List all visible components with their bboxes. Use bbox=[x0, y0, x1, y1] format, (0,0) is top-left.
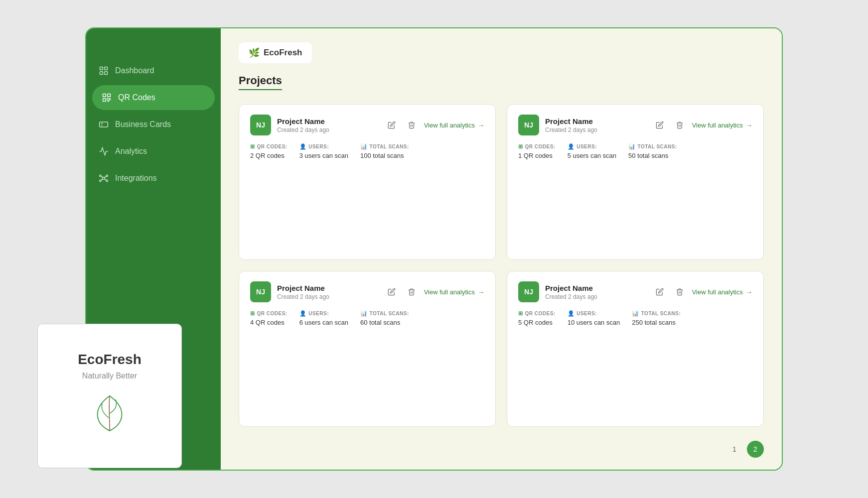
view-analytics-btn-4[interactable]: View full analytics → bbox=[692, 288, 752, 296]
scans-value-2: 50 total scans bbox=[628, 152, 677, 159]
scans-value-3: 60 total scans bbox=[360, 319, 409, 326]
edit-icon-2[interactable] bbox=[652, 118, 667, 132]
leaf-drawing bbox=[85, 388, 135, 440]
page-btn-1[interactable]: 1 bbox=[726, 441, 743, 458]
sidebar-item-integrations-label: Integrations bbox=[115, 174, 157, 183]
preview-title: EcoFresh bbox=[78, 352, 142, 368]
pagination: 1 2 bbox=[221, 441, 782, 470]
scans-stat-icon-4: 📊 bbox=[632, 310, 639, 317]
svg-rect-5 bbox=[108, 94, 111, 97]
qr-stat-icon-1: ⊞ bbox=[250, 143, 255, 150]
analytics-icon bbox=[98, 146, 109, 157]
stat-scans-3: 📊 TOTAL SCANS: 60 total scans bbox=[360, 310, 409, 326]
sidebar-item-business-cards-label: Business Cards bbox=[115, 120, 171, 129]
stat-scans-1: 📊 TOTAL SCANS: 100 total scans bbox=[360, 143, 409, 159]
business-cards-icon bbox=[98, 119, 109, 130]
stat-users-3: 👤 USERS: 6 users can scan bbox=[299, 310, 348, 326]
delete-icon-1[interactable] bbox=[404, 118, 419, 132]
preview-subtitle: Naturally Better bbox=[82, 372, 137, 380]
sidebar-item-analytics[interactable]: Analytics bbox=[86, 139, 221, 164]
qr-value-2: 1 QR codes bbox=[518, 152, 556, 159]
qr-codes-icon bbox=[101, 92, 112, 103]
avatar-2: NJ bbox=[518, 115, 539, 135]
scans-stat-icon-1: 📊 bbox=[360, 143, 368, 150]
sidebar-item-integrations[interactable]: Integrations bbox=[86, 166, 221, 191]
card-info-1: Project Name Created 2 days ago bbox=[277, 117, 378, 133]
stat-qr-4: ⊞ QR CODES: 5 QR codes bbox=[518, 310, 556, 326]
svg-line-23 bbox=[101, 179, 103, 180]
edit-icon-4[interactable] bbox=[652, 284, 667, 299]
users-stat-icon-2: 👤 bbox=[568, 143, 575, 150]
avatar-4: NJ bbox=[518, 281, 539, 302]
edit-icon-3[interactable] bbox=[384, 284, 399, 299]
app-name: EcoFresh bbox=[264, 48, 302, 58]
users-stat-icon-1: 👤 bbox=[299, 143, 307, 150]
projects-grid: NJ Project Name Created 2 days ago bbox=[221, 90, 782, 441]
view-analytics-btn-2[interactable]: View full analytics → bbox=[692, 122, 752, 129]
stat-qr-2: ⊞ QR CODES: 1 QR codes bbox=[518, 143, 556, 159]
stat-qr-3: ⊞ QR CODES: 4 QR codes bbox=[250, 310, 288, 326]
card-actions-4: View full analytics → bbox=[652, 284, 752, 299]
scans-value-1: 100 total scans bbox=[360, 152, 409, 159]
header: 🌿 EcoFresh bbox=[221, 28, 782, 63]
qr-stat-icon-2: ⊞ bbox=[518, 143, 523, 150]
card-top-4: NJ Project Name Created 2 days ago bbox=[518, 281, 752, 302]
delete-icon-4[interactable] bbox=[672, 284, 687, 299]
dashboard-icon bbox=[98, 65, 109, 76]
card-top-1: NJ Project Name Created 2 days ago bbox=[250, 115, 484, 135]
scans-stat-icon-3: 📊 bbox=[360, 310, 368, 317]
svg-point-17 bbox=[100, 175, 101, 176]
card-stats-4: ⊞ QR CODES: 5 QR codes 👤 USERS: 10 users… bbox=[518, 310, 752, 326]
sidebar-item-dashboard-label: Dashboard bbox=[115, 66, 154, 75]
svg-rect-13 bbox=[100, 122, 108, 127]
sidebar-item-qr-codes-label: QR Codes bbox=[118, 93, 155, 102]
project-name-4: Project Name bbox=[545, 284, 646, 292]
sidebar-item-qr-codes[interactable]: QR Codes bbox=[92, 85, 215, 110]
svg-point-18 bbox=[106, 175, 108, 176]
edit-icon-1[interactable] bbox=[384, 118, 399, 132]
project-name-3: Project Name bbox=[277, 284, 378, 292]
card-actions-2: View full analytics → bbox=[652, 118, 752, 132]
svg-point-19 bbox=[100, 180, 101, 181]
svg-line-22 bbox=[105, 176, 106, 178]
leaf-icon: 🌿 bbox=[249, 47, 260, 58]
sidebar-item-analytics-label: Analytics bbox=[115, 147, 147, 156]
card-actions-3: View full analytics → bbox=[384, 284, 484, 299]
qr-stat-icon-4: ⊞ bbox=[518, 310, 523, 317]
project-created-4: Created 2 days ago bbox=[545, 293, 646, 300]
users-stat-icon-4: 👤 bbox=[568, 310, 575, 317]
sidebar-item-business-cards[interactable]: Business Cards bbox=[86, 112, 221, 137]
page-btn-2[interactable]: 2 bbox=[747, 441, 764, 458]
card-info-3: Project Name Created 2 days ago bbox=[277, 284, 378, 300]
view-analytics-btn-1[interactable]: View full analytics → bbox=[424, 122, 484, 129]
qr-value-4: 5 QR codes bbox=[518, 319, 556, 326]
project-created-3: Created 2 days ago bbox=[277, 293, 378, 300]
delete-icon-2[interactable] bbox=[672, 118, 687, 132]
card-top-2: NJ Project Name Created 2 days ago bbox=[518, 115, 752, 135]
project-created-2: Created 2 days ago bbox=[545, 126, 646, 133]
project-card-2: NJ Project Name Created 2 days ago bbox=[507, 104, 764, 260]
sidebar-item-dashboard[interactable]: Dashboard bbox=[86, 58, 221, 83]
svg-line-24 bbox=[105, 179, 106, 180]
project-name-2: Project Name bbox=[545, 117, 646, 125]
card-stats-1: ⊞ QR CODES: 2 QR codes 👤 USERS: 3 users … bbox=[250, 143, 484, 159]
svg-rect-4 bbox=[103, 94, 106, 97]
svg-rect-2 bbox=[100, 72, 103, 75]
svg-line-21 bbox=[101, 176, 103, 178]
users-value-4: 10 users can scan bbox=[568, 319, 620, 326]
svg-rect-0 bbox=[100, 67, 103, 70]
scans-value-4: 250 total scans bbox=[632, 319, 681, 326]
card-stats-3: ⊞ QR CODES: 4 QR codes 👤 USERS: 6 users … bbox=[250, 310, 484, 326]
qr-value-3: 4 QR codes bbox=[250, 319, 288, 326]
card-actions-1: View full analytics → bbox=[384, 118, 484, 132]
sidebar-nav: Dashboard bbox=[86, 58, 221, 191]
view-analytics-btn-3[interactable]: View full analytics → bbox=[424, 288, 484, 296]
users-value-2: 5 users can scan bbox=[568, 152, 616, 159]
stat-qr-1: ⊞ QR CODES: 2 QR codes bbox=[250, 143, 288, 159]
delete-icon-3[interactable] bbox=[404, 284, 419, 299]
integrations-icon bbox=[98, 173, 109, 184]
logo-badge: 🌿 EcoFresh bbox=[239, 42, 312, 63]
project-card-1: NJ Project Name Created 2 days ago bbox=[239, 104, 496, 260]
card-top-3: NJ Project Name Created 2 days ago bbox=[250, 281, 484, 302]
stat-users-1: 👤 USERS: 3 users can scan bbox=[299, 143, 348, 159]
